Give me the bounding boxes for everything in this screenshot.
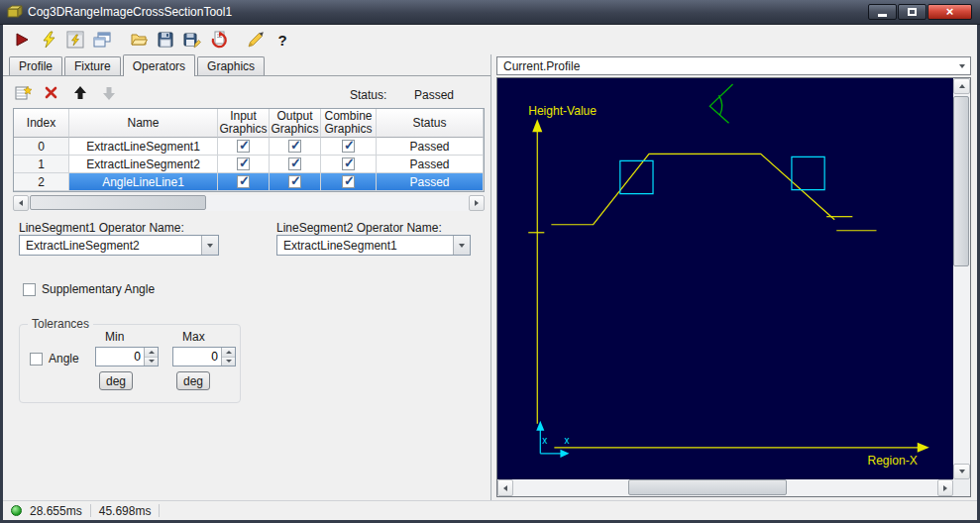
edit-button[interactable] <box>245 29 267 51</box>
scroll-thumb[interactable] <box>30 195 206 210</box>
tab-operators[interactable]: Operators <box>123 54 195 76</box>
output-graphics-checkbox[interactable] <box>288 175 301 188</box>
add-operator-button[interactable] <box>13 83 33 103</box>
origin-x-mark: x <box>564 435 569 446</box>
delete-operator-button[interactable] <box>42 83 61 103</box>
save-button[interactable] <box>155 29 176 51</box>
profile-selector[interactable]: Current.Profile <box>496 56 971 75</box>
app-window: Cog3DRangeImageCrossSectionTool1 × <box>0 0 980 523</box>
titlebar[interactable]: Cog3DRangeImageCrossSectionTool1 × <box>0 0 980 25</box>
table-row[interactable]: 0 ExtractLineSegment1 Passed <box>14 138 484 156</box>
plot-hscrollbar[interactable] <box>497 479 953 496</box>
spin-up-button[interactable] <box>222 348 235 358</box>
input-graphics-checkbox[interactable] <box>237 157 250 170</box>
col-status[interactable]: Status <box>377 109 484 138</box>
table-row[interactable]: 1 ExtractLineSegment2 Passed <box>14 156 484 173</box>
angle-max-unit-button[interactable]: deg <box>176 371 210 390</box>
supplementary-angle-checkbox[interactable]: Supplementary Angle <box>23 282 155 296</box>
display-pane: Current.Profile Height-Value Region-X <box>492 54 977 500</box>
app-icon <box>7 4 23 20</box>
spin-up-button[interactable] <box>145 348 158 358</box>
electric-run-button[interactable] <box>38 29 59 51</box>
minimize-icon <box>878 14 887 17</box>
angle-min-unit-button[interactable]: deg <box>99 371 133 390</box>
close-button[interactable]: × <box>927 4 972 20</box>
main-toolbar: ? <box>3 25 977 54</box>
run-icon <box>13 31 31 49</box>
input-graphics-checkbox[interactable] <box>237 175 250 188</box>
angle-tolerance-checkbox[interactable]: Angle <box>30 352 79 366</box>
operators-tab-page: Status: Passed Index Name Input Graphics… <box>3 76 490 500</box>
arrow-left-icon <box>19 200 23 206</box>
col-input-graphics[interactable]: Input Graphics <box>218 109 270 138</box>
angle-min-input[interactable] <box>96 348 144 366</box>
spin-down-button[interactable] <box>222 358 235 366</box>
scroll-thumb[interactable] <box>628 479 787 495</box>
operator-name: ExtractLineSegment2 <box>69 156 218 173</box>
minimize-button[interactable] <box>868 4 897 20</box>
checkbox-box[interactable] <box>30 353 43 366</box>
main-content: Profile Fixture Operators Graphics <box>3 54 977 500</box>
combine-graphics-checkbox[interactable] <box>342 175 355 188</box>
maximize-button[interactable] <box>898 4 926 20</box>
origin-axis-h-arrow <box>560 450 569 458</box>
reset-button[interactable] <box>208 29 230 51</box>
arrow-left-icon <box>503 485 507 491</box>
scroll-right-button[interactable] <box>469 195 485 211</box>
col-index[interactable]: Index <box>14 109 69 138</box>
tab-fixture[interactable]: Fixture <box>64 56 121 75</box>
operator-name: AngleLineLine1 <box>69 173 218 191</box>
scroll-thumb[interactable] <box>953 96 969 266</box>
profile-plot[interactable]: Height-Value Region-X <box>497 78 953 479</box>
scroll-up-button[interactable] <box>953 78 970 94</box>
delete-icon <box>43 84 60 102</box>
linesegment1-combo[interactable]: ExtractLineSegment2 <box>19 235 219 256</box>
tab-profile[interactable]: Profile <box>9 56 62 75</box>
float-window-button[interactable] <box>91 29 113 51</box>
table-hscrollbar[interactable] <box>13 195 485 211</box>
angle-max-spinner <box>172 347 236 366</box>
col-name[interactable]: Name <box>69 109 218 138</box>
electric-tool-group-button[interactable] <box>64 29 86 51</box>
tolerances-legend: Tolerances <box>28 317 93 331</box>
profile-selector-value: Current.Profile <box>497 59 953 73</box>
scroll-left-button[interactable] <box>497 479 513 496</box>
help-button[interactable]: ? <box>272 29 293 51</box>
dropdown-button[interactable] <box>201 236 218 255</box>
new-operator-icon <box>14 84 32 102</box>
chevron-down-icon <box>959 64 965 68</box>
y-axis-arrow <box>532 119 542 132</box>
output-graphics-checkbox[interactable] <box>288 157 301 170</box>
scroll-right-button[interactable] <box>937 479 953 496</box>
plot-vscrollbar[interactable] <box>953 78 970 479</box>
combine-graphics-checkbox[interactable] <box>342 157 355 170</box>
table-row-selected[interactable]: 2 AngleLineLine1 Passed <box>14 173 484 191</box>
save-as-icon <box>183 31 201 49</box>
separator <box>90 504 91 517</box>
scrollbar-corner <box>953 479 970 496</box>
angle-max-input[interactable] <box>173 348 221 366</box>
x-axis-arrow <box>918 443 929 453</box>
y-axis-label: Height-Value <box>528 104 597 118</box>
dropdown-button[interactable] <box>953 57 970 74</box>
combine-graphics-checkbox[interactable] <box>342 140 355 153</box>
lightning-icon <box>40 31 57 49</box>
checkbox-box[interactable] <box>23 283 36 296</box>
tab-graphics[interactable]: Graphics <box>197 56 265 75</box>
table-header-row: Index Name Input Graphics Output Graphic… <box>14 109 484 138</box>
output-graphics-checkbox[interactable] <box>288 140 301 153</box>
dropdown-button[interactable] <box>453 236 470 255</box>
col-combine-graphics[interactable]: Combine Graphics <box>321 109 377 138</box>
open-file-button[interactable] <box>128 29 150 51</box>
move-down-button[interactable] <box>99 83 119 103</box>
col-output-graphics[interactable]: Output Graphics <box>270 109 321 138</box>
move-up-button[interactable] <box>70 83 90 103</box>
run-button[interactable] <box>11 29 33 51</box>
input-graphics-checkbox[interactable] <box>237 140 250 153</box>
scroll-down-button[interactable] <box>953 464 970 479</box>
arrow-right-icon <box>475 200 479 206</box>
scroll-left-button[interactable] <box>13 195 29 211</box>
save-as-button[interactable] <box>181 29 203 51</box>
linesegment2-combo[interactable]: ExtractLineSegment1 <box>276 235 471 256</box>
spin-down-button[interactable] <box>145 358 158 366</box>
